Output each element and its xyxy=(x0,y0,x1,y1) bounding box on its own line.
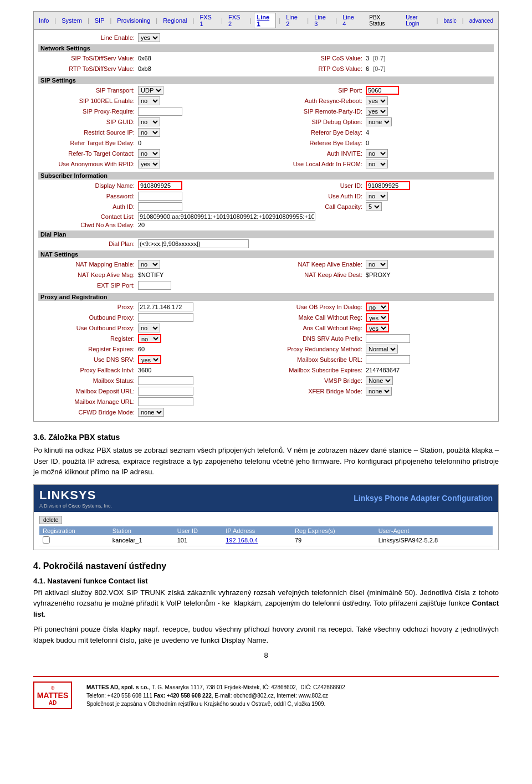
nav-line3[interactable]: Line 3 xyxy=(311,13,332,28)
footer-registry-line: Společnost je zapsána v Obchodním rejstř… xyxy=(86,700,345,708)
col-userid: User ID xyxy=(174,526,223,535)
use-dns-srv-select[interactable]: yesno xyxy=(138,355,161,364)
local-addr-label: Use Local Addr In FROM: xyxy=(266,161,366,167)
auth-id-input[interactable] xyxy=(138,202,182,211)
outbound-proxy-input[interactable] xyxy=(138,313,193,322)
sip-guid-select[interactable]: noyes xyxy=(138,117,160,126)
display-name-input[interactable] xyxy=(138,181,182,190)
nav-fxs1[interactable]: FXS 1 xyxy=(197,13,218,28)
nat-mapping-select[interactable]: noyes xyxy=(138,260,160,269)
sip-rel100-select[interactable]: noyes xyxy=(138,96,160,105)
call-capacity-select[interactable]: 5 xyxy=(366,202,382,211)
dns-srv-auto-input[interactable] xyxy=(366,334,410,343)
nav-fxs2[interactable]: FXS 2 xyxy=(226,13,247,28)
mailbox-status-input[interactable] xyxy=(138,376,193,385)
vmsp-bridge-select[interactable]: None xyxy=(366,376,393,385)
sip-cos-label: SIP CoS Value: xyxy=(266,55,366,62)
dial-plan-input[interactable] xyxy=(138,239,249,248)
row-checkbox[interactable] xyxy=(43,536,50,544)
mailbox-deposit-input[interactable] xyxy=(138,387,193,396)
proxy-require-input[interactable] xyxy=(138,107,182,116)
cell-userid: 101 xyxy=(174,535,223,546)
cell-ipaddress[interactable]: 192.168.0.4 xyxy=(222,535,291,546)
subscriber-header: Subscriber Information xyxy=(38,172,494,180)
register-value: noyes xyxy=(138,334,161,343)
sip-port-label: SIP Port: xyxy=(266,87,366,94)
nat-keep-alive-enable-select[interactable]: noyes xyxy=(366,260,388,269)
local-addr-select[interactable]: noyes xyxy=(366,160,388,168)
redundancy-method-select[interactable]: Normal xyxy=(366,345,398,353)
sip-transport-label: SIP Transport: xyxy=(38,87,138,94)
remote-party-select[interactable]: yesno xyxy=(366,107,388,116)
section36-title: 3.6. Záložka PBX status xyxy=(33,433,499,442)
sip-debug-select[interactable]: none xyxy=(366,117,392,126)
ext-sip-port-input[interactable] xyxy=(138,281,171,290)
cfwd-bridge-select[interactable]: none xyxy=(138,408,164,417)
sip-rel100-value: noyes xyxy=(138,96,160,105)
basic-link[interactable]: basic xyxy=(441,17,459,25)
section4-p1: Při aktivaci služby 802.VOX SIP TRUNK zí… xyxy=(33,587,499,620)
advanced-link[interactable]: advanced xyxy=(467,17,496,25)
refer-to-select[interactable]: noyes xyxy=(138,149,160,158)
nav-line4[interactable]: Line 4 xyxy=(340,13,361,28)
sip-transport-value: UDP xyxy=(138,86,163,95)
nav-line2[interactable]: Line 2 xyxy=(283,13,304,28)
sip-tos-row: SIP ToS/DiffServ Value: 0x68 xyxy=(38,53,266,63)
nav-system[interactable]: System xyxy=(59,16,85,25)
referor-bye-label: Referor Bye Delay: xyxy=(266,129,366,136)
cfwd-bridge-value: none xyxy=(138,408,164,417)
auth-resync-label: Auth Resync-Reboot: xyxy=(266,98,366,104)
cfwd-bridge-label: CFWD Bridge Mode: xyxy=(38,409,138,416)
refer-target-value: 0 xyxy=(138,140,141,146)
mailbox-manage-input[interactable] xyxy=(138,397,193,406)
footer-logo-r: ® xyxy=(51,685,55,691)
mailbox-deposit-label: Mailbox Deposit URL: xyxy=(38,388,138,394)
auth-resync-select[interactable]: yesno xyxy=(366,96,388,105)
sip-debug-value: none xyxy=(366,117,392,126)
anon-rpid-select[interactable]: yesno xyxy=(138,160,160,168)
rtp-cos-row: RTP CoS Value: 6 [0-7] xyxy=(266,64,494,74)
sip-transport-select[interactable]: UDP xyxy=(138,86,163,95)
register-select[interactable]: noyes xyxy=(138,334,161,343)
xfer-bridge-select[interactable]: none xyxy=(366,387,392,396)
referor-bye-value: 4 xyxy=(366,129,369,136)
user-login-link[interactable]: User Login xyxy=(403,13,433,28)
display-name-row: Display Name: xyxy=(38,181,266,191)
password-input[interactable] xyxy=(138,192,182,201)
nav-sip[interactable]: SIP xyxy=(92,16,108,25)
auth-invite-select[interactable]: noyes xyxy=(366,149,388,158)
mailbox-subscribe-exp-row: Mailbox Subscribe Expires: 2147483647 xyxy=(266,365,494,375)
line-enable-select[interactable]: yes no xyxy=(138,33,160,42)
restrict-src-select[interactable]: noyes xyxy=(138,128,160,137)
mailbox-subscribe-url-input[interactable] xyxy=(366,355,410,364)
cell-useragent: Linksys/SPA942-5.2.8 xyxy=(375,535,493,546)
mailbox-status-label: Mailbox Status: xyxy=(38,377,138,384)
contact-list-input[interactable] xyxy=(138,212,315,221)
nat-keep-alive-msg-row: NAT Keep Alive Msg: $NOTIFY xyxy=(38,270,266,280)
nav-regional[interactable]: Regional xyxy=(160,16,190,25)
sip-port-input[interactable] xyxy=(366,86,399,95)
contact-list-row: Contact List: xyxy=(38,212,494,221)
use-ob-proxy-select[interactable]: noyes xyxy=(138,324,160,332)
nav-line1[interactable]: Line 1 xyxy=(254,13,276,28)
proxy-input[interactable] xyxy=(138,303,193,311)
proxy-require-row: SIP Proxy-Require: xyxy=(38,106,266,116)
user-id-input[interactable] xyxy=(366,181,410,190)
make-call-without-select[interactable]: yesno xyxy=(366,313,389,322)
nat-settings-rows: NAT Mapping Enable: noyes NAT Keep Alive… xyxy=(38,259,494,291)
vmsp-bridge-row: VMSP Bridge: None xyxy=(266,376,494,386)
ans-call-without-select[interactable]: yesno xyxy=(366,324,389,332)
ip-link[interactable]: 192.168.0.4 xyxy=(226,537,258,544)
dial-plan-value xyxy=(138,239,249,248)
reg-expires-label: Register Expires: xyxy=(38,346,138,352)
use-ob-dialog-select[interactable]: noyes xyxy=(366,303,389,311)
referee-bye-value: 0 xyxy=(366,140,369,146)
nav-info[interactable]: Info xyxy=(36,16,52,25)
nat-keep-alive-dest-row: NAT Keep Alive Dest: $PROXY xyxy=(266,270,494,280)
use-auth-id-select[interactable]: noyes xyxy=(366,192,388,201)
nav-provisioning[interactable]: Provisioning xyxy=(114,16,153,25)
mailbox-status-row: Mailbox Status: xyxy=(38,376,266,386)
dial-plan-row: Dial Plan: xyxy=(38,239,494,248)
delete-button[interactable]: delete xyxy=(39,516,62,524)
table-row: kancelar_1 101 192.168.0.4 79 Linksys/SP… xyxy=(39,535,493,546)
